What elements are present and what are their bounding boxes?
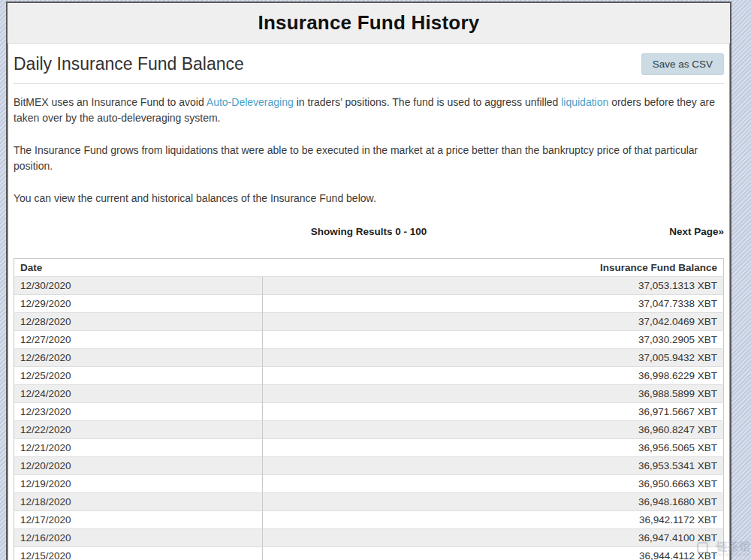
table-row: 12/21/2020 36,956.5065 XBT [14, 439, 724, 457]
heading-divider [14, 83, 724, 84]
balance-cell: 37,042.0469 XBT [262, 313, 723, 331]
table-row: 12/24/2020 36,988.5899 XBT [14, 385, 724, 403]
balance-cell: 37,030.2905 XBT [262, 331, 723, 349]
table-row: 12/27/2020 37,030.2905 XBT [14, 331, 724, 349]
table-row: 12/19/2020 36,950.6663 XBT [14, 475, 724, 493]
intro-paragraph-1: BitMEX uses an Insurance Fund to avoid A… [14, 95, 724, 126]
date-cell: 12/24/2020 [14, 385, 263, 403]
table-row: 12/15/2020 36,944.4112 XBT [14, 547, 724, 560]
balance-cell: 36,948.1680 XBT [262, 493, 723, 511]
intro-text: BitMEX uses an Insurance Fund to avoid A… [14, 95, 724, 206]
date-cell: 12/17/2020 [14, 511, 263, 529]
table-row: 12/17/2020 36,942.1172 XBT [14, 511, 724, 529]
table-row: 12/29/2020 37,047.7338 XBT [14, 295, 724, 313]
table-row: 12/23/2020 36,971.5667 XBT [14, 403, 724, 421]
insurance-fund-table: Date Insurance Fund Balance 12/30/2020 3… [14, 258, 724, 560]
balance-cell: 36,998.6229 XBT [262, 367, 723, 385]
liquidation-link[interactable]: liquidation [561, 96, 608, 108]
save-as-csv-button[interactable]: Save as CSV [641, 53, 724, 75]
column-header-balance: Insurance Fund Balance [262, 259, 723, 277]
table-row: 12/26/2020 37,005.9432 XBT [14, 349, 724, 367]
date-cell: 12/28/2020 [14, 313, 263, 331]
balance-cell: 36,988.5899 XBT [262, 385, 723, 403]
balance-cell: 37,053.1313 XBT [262, 277, 723, 295]
results-range-label: Showing Results 0 - 100 [14, 226, 724, 237]
page-titlebar: Insurance Fund History [8, 3, 730, 44]
table-row: 12/28/2020 37,042.0469 XBT [14, 313, 724, 331]
pagination-bar: Showing Results 0 - 100 Next Page» [14, 226, 724, 239]
intro-paragraph-2: The Insurance Fund grows from liquidatio… [14, 143, 724, 174]
balance-cell: 36,950.6663 XBT [262, 475, 723, 493]
date-cell: 12/22/2020 [14, 421, 263, 439]
section-heading: Daily Insurance Fund Balance [14, 54, 244, 74]
page-title: Insurance Fund History [258, 11, 480, 35]
table-row: 12/18/2020 36,948.1680 XBT [14, 493, 724, 511]
date-cell: 12/21/2020 [14, 439, 263, 457]
next-page-link[interactable]: Next Page» [669, 226, 724, 237]
date-cell: 12/18/2020 [14, 493, 263, 511]
balance-cell: 36,953.5341 XBT [262, 457, 723, 475]
balance-cell: 36,947.4100 XBT [262, 529, 723, 547]
date-cell: 12/29/2020 [14, 295, 263, 313]
date-cell: 12/25/2020 [14, 367, 263, 385]
balance-cell: 37,047.7338 XBT [262, 295, 723, 313]
intro-p1-text-middle: in traders’ positions. The fund is used … [294, 96, 561, 108]
auto-deleveraging-link[interactable]: Auto-Deleveraging [207, 96, 294, 108]
table-row: 12/22/2020 36,960.8247 XBT [14, 421, 724, 439]
date-cell: 12/19/2020 [14, 475, 263, 493]
date-cell: 12/27/2020 [14, 331, 263, 349]
date-cell: 12/20/2020 [14, 457, 263, 475]
table-row: 12/30/2020 37,053.1313 XBT [14, 277, 724, 295]
table-header-row: Date Insurance Fund Balance [14, 259, 724, 277]
table-row: 12/16/2020 36,947.4100 XBT [14, 529, 724, 547]
intro-p1-text-before: BitMEX uses an Insurance Fund to avoid [14, 96, 207, 108]
balance-cell: 36,944.4112 XBT [262, 547, 723, 560]
insurance-fund-history-window: Insurance Fund History Daily Insurance F… [6, 2, 731, 560]
date-cell: 12/30/2020 [14, 277, 263, 295]
table-row: 12/25/2020 36,998.6229 XBT [14, 367, 724, 385]
balance-cell: 36,942.1172 XBT [262, 511, 723, 529]
date-cell: 12/26/2020 [14, 349, 263, 367]
column-header-date: Date [14, 259, 263, 277]
intro-paragraph-3: You can view the current and historical … [14, 191, 724, 206]
table-row: 12/20/2020 36,953.5341 XBT [14, 457, 724, 475]
date-cell: 12/15/2020 [14, 547, 263, 560]
page-content: Daily Insurance Fund Balance Save as CSV… [8, 53, 730, 560]
balance-cell: 36,960.8247 XBT [262, 421, 723, 439]
date-cell: 12/16/2020 [14, 529, 263, 547]
date-cell: 12/23/2020 [14, 403, 263, 421]
section-heading-row: Daily Insurance Fund Balance Save as CSV [14, 53, 724, 75]
balance-cell: 36,971.5667 XBT [262, 403, 723, 421]
balance-cell: 36,956.5065 XBT [262, 439, 723, 457]
balance-cell: 37,005.9432 XBT [262, 349, 723, 367]
